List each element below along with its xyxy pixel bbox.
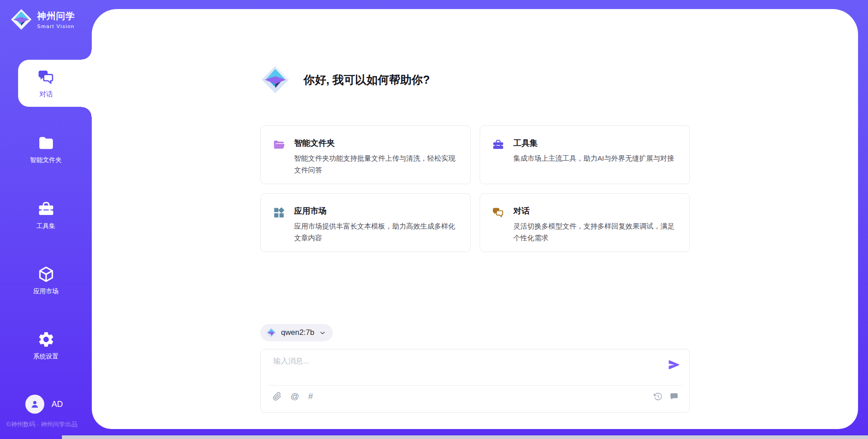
sidebar-item-label: 对话 bbox=[39, 90, 53, 99]
brand-logo: 神州问学 Smart Vision bbox=[10, 8, 75, 31]
app-screen: 神州问学 Smart Vision 对话 智能文件夹 bbox=[0, 0, 868, 439]
card-toolset[interactable]: 工具集 集成市场上主流工具，助力AI与外界无缝扩展与对接 bbox=[480, 125, 690, 184]
mention-button[interactable]: @ bbox=[291, 392, 299, 401]
brand-diamond-icon bbox=[266, 327, 277, 338]
card-description: 灵活切换多模型文件，支持多样回复效果调试，满足个性化需求 bbox=[514, 220, 679, 244]
sidebar: 神州问学 Smart Vision 对话 智能文件夹 bbox=[0, 0, 92, 439]
send-icon bbox=[668, 358, 680, 371]
folder-open-icon bbox=[273, 138, 285, 151]
brand-diamond-icon bbox=[260, 65, 290, 95]
toolbox-icon bbox=[492, 138, 505, 151]
card-description: 应用市场提供丰富长文本模板，助力高效生成多样化文章内容 bbox=[294, 220, 459, 244]
greeting: 你好, 我可以如何帮助你? bbox=[260, 65, 430, 95]
composer-divider bbox=[268, 385, 682, 386]
card-smart-folder[interactable]: 智能文件夹 智能文件夹功能支持批量文件上传与清洗，轻松实现文件问答 bbox=[260, 125, 471, 184]
model-selector[interactable]: qwen2:7b bbox=[260, 324, 333, 341]
composer-tools-right bbox=[653, 392, 679, 401]
card-description: 集成市场上主流工具，助力AI与外界无缝扩展与对接 bbox=[514, 153, 675, 164]
main-content: 你好, 我可以如何帮助你? 智能文件夹 智能文件夹功能支持批量文件上传与清洗，轻… bbox=[92, 9, 858, 429]
toolbox-icon bbox=[37, 200, 55, 218]
tab-fillet-bottom bbox=[82, 107, 92, 117]
card-app-market[interactable]: 应用市场 应用市场提供丰富长文本模板，助力高效生成多样化文章内容 bbox=[260, 193, 471, 252]
card-title: 应用市场 bbox=[294, 205, 459, 216]
sidebar-item-label: 工具集 bbox=[37, 222, 56, 230]
cube-icon bbox=[37, 265, 55, 283]
sidebar-item-app-market[interactable]: 应用市场 bbox=[0, 265, 92, 296]
chat-icon bbox=[37, 68, 55, 86]
history-icon bbox=[653, 392, 662, 401]
history-button[interactable] bbox=[653, 392, 662, 401]
card-title: 智能文件夹 bbox=[294, 138, 459, 148]
person-icon bbox=[29, 399, 40, 410]
card-chat[interactable]: 对话 灵活切换多模型文件，支持多样回复效果调试，满足个性化需求 bbox=[480, 193, 690, 252]
feature-cards: 智能文件夹 智能文件夹功能支持批量文件上传与清洗，轻松实现文件问答 bbox=[260, 125, 690, 252]
attachment-button[interactable] bbox=[273, 392, 282, 401]
center-column: 你好, 我可以如何帮助你? 智能文件夹 智能文件夹功能支持批量文件上传与清洗，轻… bbox=[260, 9, 690, 429]
feedback-icon bbox=[670, 392, 679, 401]
card-title: 工具集 bbox=[514, 138, 675, 148]
sidebar-item-label: 系统设置 bbox=[33, 353, 59, 361]
copyright-footer: ©神州数码 · 神州问学出品 bbox=[6, 420, 77, 429]
sidebar-item-label: 智能文件夹 bbox=[30, 156, 62, 164]
composer-tools-left: @ # bbox=[273, 392, 313, 401]
user-name: AD bbox=[52, 400, 63, 409]
brand-subtitle: Smart Vision bbox=[37, 24, 75, 29]
horizontal-scrollbar[interactable] bbox=[62, 435, 868, 439]
folder-icon bbox=[37, 134, 55, 152]
avatar bbox=[25, 395, 44, 414]
gear-icon bbox=[37, 330, 55, 348]
chevron-down-icon bbox=[319, 329, 326, 337]
feedback-button[interactable] bbox=[670, 392, 679, 401]
user-profile[interactable]: AD bbox=[25, 395, 63, 414]
card-title: 对话 bbox=[514, 205, 679, 216]
sidebar-item-settings[interactable]: 系统设置 bbox=[0, 330, 92, 361]
sidebar-item-toolset[interactable]: 工具集 bbox=[0, 200, 92, 230]
widgets-icon bbox=[273, 206, 285, 219]
brand-diamond-icon bbox=[10, 8, 33, 31]
topic-button[interactable]: # bbox=[308, 392, 313, 401]
brand-name: 神州问学 bbox=[37, 10, 75, 22]
message-input[interactable] bbox=[274, 357, 644, 365]
greeting-title: 你好, 我可以如何帮助你? bbox=[304, 72, 430, 87]
message-composer: @ # bbox=[260, 349, 690, 413]
model-name: qwen2:7b bbox=[281, 328, 315, 337]
sidebar-item-smart-folder[interactable]: 智能文件夹 bbox=[0, 134, 92, 164]
tab-fillet-top bbox=[82, 50, 92, 60]
sidebar-item-label: 应用市场 bbox=[33, 287, 59, 296]
sidebar-item-chat[interactable]: 对话 bbox=[18, 60, 93, 107]
send-button[interactable] bbox=[668, 358, 680, 371]
card-description: 智能文件夹功能支持批量文件上传与清洗，轻松实现文件问答 bbox=[294, 153, 459, 176]
attachment-icon bbox=[273, 392, 282, 401]
chat-icon bbox=[492, 206, 505, 219]
